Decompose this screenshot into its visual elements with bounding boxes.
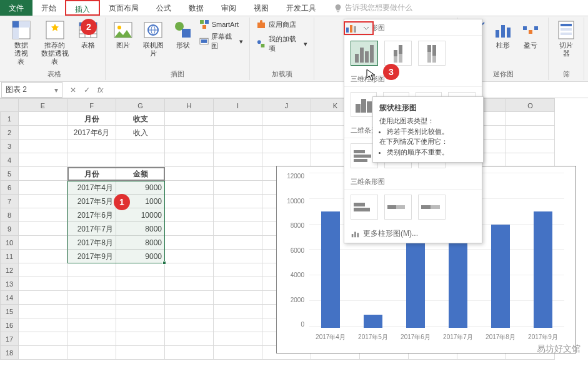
cell[interactable] [67,140,116,153]
cell[interactable] [67,263,116,277]
cell[interactable] [165,318,214,332]
cell[interactable] [214,126,262,140]
cell[interactable] [19,181,67,195]
cell[interactable] [214,263,262,277]
cell[interactable] [214,153,262,167]
cell[interactable] [67,277,116,291]
cell[interactable] [116,318,165,332]
cell[interactable] [19,291,67,305]
select-all-corner[interactable] [0,98,19,112]
cell[interactable] [19,208,67,222]
tab-home[interactable]: 开始 [32,0,65,16]
cell[interactable] [506,126,555,140]
cell[interactable]: 收入 [116,126,165,140]
cell[interactable] [506,153,555,167]
screenshot-button[interactable]: 屏幕截图 ▾ [198,31,245,51]
cell[interactable] [165,263,214,277]
cell[interactable]: 2017年6月 [67,208,116,222]
cell[interactable]: 收支 [116,112,165,126]
cell[interactable]: 2017年5月 [67,195,116,208]
tab-dev[interactable]: 开发工具 [277,0,325,16]
cell[interactable]: 2017年4月 [67,181,116,195]
cell[interactable]: 8000 [116,236,165,250]
cell[interactable] [19,277,67,291]
sparkline-column-button[interactable]: 柱形 [491,19,516,51]
cell[interactable] [262,140,311,153]
tab-insert[interactable]: 插入 [65,0,100,16]
cell[interactable] [506,140,555,153]
stacked-column-option[interactable] [384,41,412,66]
online-picture-button[interactable]: 联机图片 [137,19,169,59]
3d-stacked-100-bar-option[interactable] [418,195,446,220]
cell[interactable] [19,195,67,208]
cell[interactable] [116,346,165,360]
cell[interactable] [214,318,262,332]
cell[interactable] [262,153,311,167]
cell[interactable]: 9000 [116,250,165,263]
cell[interactable] [165,181,214,195]
cell[interactable] [19,236,67,250]
col-header[interactable]: O [506,98,555,112]
my-addins-button[interactable]: 我的加载项 ▾ [255,34,309,54]
cell[interactable] [214,195,262,208]
cell[interactable] [262,112,311,126]
cell[interactable] [19,112,67,126]
cell[interactable] [19,222,67,236]
cell[interactable] [116,291,165,305]
cell[interactable] [165,250,214,263]
row-header[interactable]: 10 [0,236,19,250]
cell[interactable]: 月份 [67,167,116,181]
cell[interactable] [116,332,165,346]
col-header[interactable]: F [67,98,116,112]
cell[interactable] [165,291,214,305]
cell[interactable] [19,126,67,140]
cell[interactable] [67,332,116,346]
cell[interactable] [214,236,262,250]
row-header[interactable]: 14 [0,291,19,305]
row-header[interactable]: 15 [0,305,19,318]
cell[interactable]: 月份 [67,112,116,126]
picture-button[interactable]: 图片 [111,19,135,51]
col-header[interactable]: I [214,98,262,112]
more-column-charts[interactable]: 更多柱形图(M)... [344,225,482,243]
app-store-button[interactable]: 应用商店 [255,19,309,30]
cell[interactable] [116,305,165,318]
cell[interactable] [165,112,214,126]
cell[interactable]: 9000 [116,181,165,195]
selection-fill-handle[interactable] [162,261,166,265]
tell-me[interactable]: 告诉我您想要做什么 [325,0,588,16]
cell[interactable] [67,318,116,332]
cell[interactable] [214,346,262,360]
3d-stacked-bar-option[interactable] [384,195,412,220]
recommended-pivot-button[interactable]: 推荐的 数据透视表 [36,19,73,68]
cell[interactable] [165,195,214,208]
cell[interactable] [214,332,262,346]
row-header[interactable]: 6 [0,181,19,195]
row-header[interactable]: 4 [0,153,19,167]
cell[interactable] [165,153,214,167]
row-header[interactable]: 1 [0,112,19,126]
cell[interactable] [67,305,116,318]
row-header[interactable]: 12 [0,263,19,277]
cell[interactable] [165,208,214,222]
cell[interactable] [214,291,262,305]
tab-formula[interactable]: 公式 [147,0,180,16]
cell[interactable] [214,222,262,236]
cell[interactable] [116,153,165,167]
cell[interactable]: 2017年7月 [67,222,116,236]
cell[interactable] [262,126,311,140]
tab-data[interactable]: 数据 [180,0,212,16]
row-header[interactable]: 7 [0,195,19,208]
cell[interactable] [67,153,116,167]
cell[interactable] [165,167,214,181]
cell[interactable] [116,277,165,291]
cell[interactable]: 8000 [116,222,165,236]
3d-clustered-bar-option[interactable] [351,195,378,220]
row-header[interactable]: 13 [0,277,19,291]
col-header[interactable]: E [19,98,67,112]
shapes-button[interactable]: 形状 [171,19,196,51]
name-box[interactable]: 图表 2▾ [1,82,62,98]
column-chart-dropdown[interactable] [344,21,374,35]
cell[interactable] [19,263,67,277]
cell[interactable] [165,305,214,318]
